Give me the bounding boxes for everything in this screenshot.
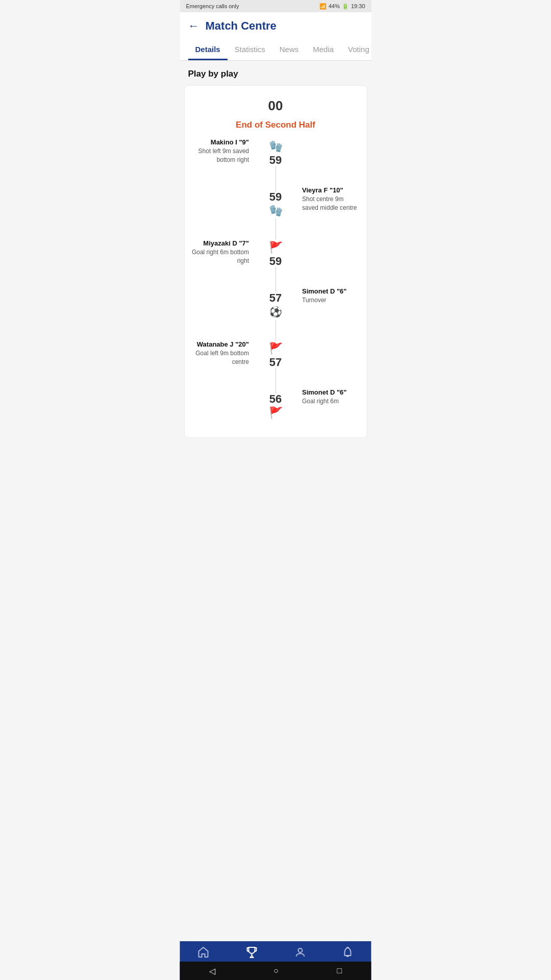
event-right: Simonet D "6" Goal right 6m	[296, 388, 361, 406]
top-label: End of Second Half	[185, 118, 367, 138]
battery-icon: 🔋	[342, 3, 349, 10]
tab-statistics[interactable]: Statistics	[228, 40, 272, 60]
timeline-center: 56 🚩	[255, 388, 296, 421]
battery-text: 44%	[329, 3, 340, 9]
timeline-center: 🚩 59	[255, 239, 296, 287]
tab-voting[interactable]: Voting	[341, 40, 371, 60]
goal-icon: 🚩	[267, 239, 284, 256]
event-left: Miyazaki D "7" Goal right 6m bottom righ…	[191, 239, 256, 265]
timeline-line	[276, 368, 276, 388]
status-left: Emergency calls only	[186, 3, 239, 9]
tab-details[interactable]: Details	[188, 40, 228, 60]
tabs-bar: Details Statistics News Media Voting	[188, 40, 363, 60]
goal-icon: 🚩	[267, 405, 284, 421]
timeline-line	[276, 320, 276, 340]
event-desc: Goal left 9m bottom centre	[191, 349, 249, 366]
event-minute: 57	[269, 357, 282, 368]
timeline-center: 🚩 57	[255, 340, 296, 388]
event-minute: 57	[269, 292, 282, 304]
event-row: Makino I "9" Shot left 9m saved bottom r…	[185, 138, 367, 186]
event-name: Simonet D "6"	[302, 388, 361, 396]
event-desc: Shot left 9m saved bottom right	[191, 147, 249, 164]
event-row: Miyazaki D "7" Goal right 6m bottom righ…	[185, 239, 367, 287]
event-row: Watanabe J "20" Goal left 9m bottom cent…	[185, 340, 367, 388]
event-desc: Turnover	[302, 296, 361, 305]
top-minute: 00	[185, 94, 367, 118]
back-button[interactable]: ←	[188, 19, 199, 33]
event-right: Vieyra F "10" Shot centre 9m saved middl…	[296, 186, 361, 212]
signal-icon: 📶	[319, 3, 327, 10]
event-name: Miyazaki D "7"	[191, 239, 249, 247]
timeline-center: 57 ⚽	[255, 287, 296, 340]
event-minute: 59	[269, 191, 282, 203]
timeline-center: 🧤 59	[255, 138, 296, 186]
event-right: Simonet D "6" Turnover	[296, 287, 361, 305]
event-left: Watanabe J "20" Goal left 9m bottom cent…	[191, 340, 256, 366]
time-text: 19:30	[351, 3, 365, 9]
event-desc: Goal right 6m	[302, 397, 361, 406]
status-bar: Emergency calls only 📶 44% 🔋 19:30	[180, 0, 371, 12]
save-icon: 🧤	[267, 203, 284, 219]
header: ← Match Centre Details Statistics News M…	[180, 12, 371, 61]
tab-news[interactable]: News	[272, 40, 306, 60]
event-name: Vieyra F "10"	[302, 186, 361, 194]
event-minute: 59	[269, 155, 282, 166]
timeline-card: 00 End of Second Half Makino I "9" Shot …	[184, 85, 367, 438]
event-minute: 56	[269, 394, 282, 405]
goal-icon: 🚩	[267, 340, 284, 357]
tab-media[interactable]: Media	[306, 40, 341, 60]
event-left: Makino I "9" Shot left 9m saved bottom r…	[191, 138, 256, 164]
status-right: 📶 44% 🔋 19:30	[319, 3, 365, 10]
page-title: Match Centre	[206, 19, 277, 33]
event-name: Watanabe J "20"	[191, 340, 249, 348]
timeline-line	[276, 166, 276, 186]
event-minute: 59	[269, 256, 282, 267]
event-desc: Shot centre 9m saved middle centre	[302, 195, 361, 212]
event-row: 57 ⚽ Simonet D "6" Turnover	[185, 287, 367, 340]
timeline-line	[276, 267, 276, 287]
timeline-line	[276, 219, 276, 239]
event-row: 56 🚩 Simonet D "6" Goal right 6m	[185, 388, 367, 429]
section-title: Play by play	[180, 69, 371, 85]
event-name: Makino I "9"	[191, 138, 249, 146]
event-name: Simonet D "6"	[302, 287, 361, 295]
timeline-center: 59 🧤	[255, 186, 296, 239]
event-desc: Goal right 6m bottom right	[191, 248, 249, 265]
event-row: 59 🧤 Vieyra F "10" Shot centre 9m saved …	[185, 186, 367, 239]
content-area: Play by play 00 End of Second Half Makin…	[180, 61, 371, 479]
turnover-icon: ⚽	[267, 304, 284, 320]
save-icon: 🧤	[267, 138, 284, 155]
